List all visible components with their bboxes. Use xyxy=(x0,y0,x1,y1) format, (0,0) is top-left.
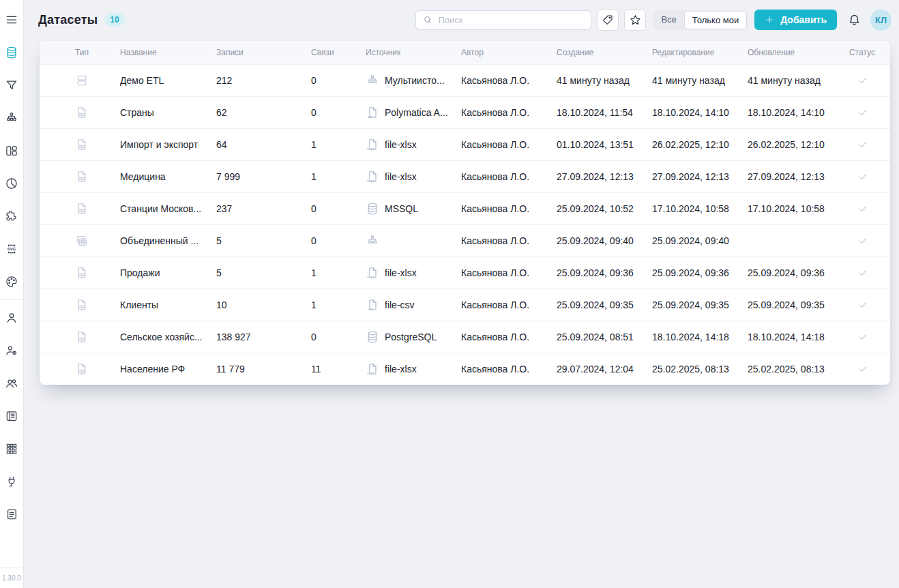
database-icon xyxy=(366,330,379,344)
dataset-edited: 25.09.2024, 09:36 xyxy=(652,267,748,278)
search-input[interactable] xyxy=(438,15,585,25)
dataset-source: file-xlsx xyxy=(366,170,461,183)
table-row[interactable]: Импорт и экспорт 64 1 file-xlsx Касьянов… xyxy=(40,128,890,160)
dataset-created: 25.09.2024, 08:51 xyxy=(557,332,652,342)
dataset-links: 1 xyxy=(311,139,366,150)
dataset-updated: 41 минуту назад xyxy=(748,75,849,86)
file-type-icon xyxy=(75,202,89,216)
dataset-updated: 25.09.2024, 09:35 xyxy=(748,299,849,310)
check-icon xyxy=(857,203,868,214)
dataset-author: Касьянова Л.О. xyxy=(461,171,557,182)
sidebar-item-palette[interactable] xyxy=(0,265,23,298)
dataset-links: 1 xyxy=(311,267,366,278)
database-icon xyxy=(366,202,379,216)
dataset-name: Продажи xyxy=(120,267,216,278)
user-settings-icon xyxy=(5,344,18,357)
notifications-button[interactable] xyxy=(847,13,861,27)
dataset-updated: 25.09.2024, 09:36 xyxy=(748,267,849,278)
add-dataset-button[interactable]: Добавить xyxy=(754,10,837,30)
dataset-name: Население РФ xyxy=(120,364,216,374)
table-row[interactable]: Продажи 5 1 file-xlsx Касьянова Л.О. 25.… xyxy=(40,256,890,289)
dataset-type-cell xyxy=(40,362,120,376)
dataset-records: 11 779 xyxy=(216,364,311,374)
menu-toggle-button[interactable] xyxy=(0,3,23,36)
top-bar: Датасеты 10 Все Только мои Добавить КЛ xyxy=(24,0,899,40)
search-box xyxy=(415,10,591,30)
tag-filter-button[interactable] xyxy=(597,10,619,31)
sidebar-item-user[interactable] xyxy=(0,302,23,334)
xlsx-file-icon xyxy=(366,266,379,280)
sidebar-item-book[interactable] xyxy=(0,400,23,432)
book-icon xyxy=(5,409,18,423)
multisource-tree-icon xyxy=(366,234,379,248)
sidebar-item-puzzle[interactable] xyxy=(0,200,23,233)
sidebar-item-filter[interactable] xyxy=(0,69,23,102)
sidebar-item-svg[interactable] xyxy=(0,233,23,265)
source-label: file-xlsx xyxy=(385,171,417,182)
sidebar-item-pie-chart[interactable] xyxy=(0,167,23,200)
datasets-table: Тип Название Записи Связи Источник Автор… xyxy=(40,41,890,385)
source-label: MSSQL xyxy=(385,203,418,214)
star-icon xyxy=(629,14,642,27)
sidebar-item-layout[interactable] xyxy=(0,134,23,167)
col-status: Статус xyxy=(849,48,890,57)
col-name: Название xyxy=(120,48,216,57)
dataset-records: 64 xyxy=(216,139,311,150)
dataset-created: 25.09.2024, 09:35 xyxy=(557,299,652,310)
dataset-status xyxy=(849,332,890,342)
table-row[interactable]: Медицина 7 999 1 file-xlsx Касьянова Л.О… xyxy=(40,160,890,192)
sidebar-item-grid[interactable] xyxy=(0,432,23,465)
dataset-status xyxy=(849,139,890,150)
source-label: Polymatica A... xyxy=(385,107,448,118)
dataset-type-cell xyxy=(40,170,120,183)
tag-icon xyxy=(602,14,614,26)
check-icon xyxy=(857,299,868,310)
table-row[interactable]: Страны 62 0 Polymatica A... Касьянова Л.… xyxy=(40,96,890,128)
sidebar-item-hierarchy[interactable] xyxy=(0,102,23,134)
dataset-records: 5 xyxy=(216,267,311,278)
dataset-name: Станции Москов... xyxy=(120,203,216,214)
dataset-source: MSSQL xyxy=(366,202,461,216)
dataset-created: 25.09.2024, 09:40 xyxy=(557,235,652,246)
puzzle-icon xyxy=(5,209,18,223)
search-icon xyxy=(422,14,433,25)
sidebar-item-users[interactable] xyxy=(0,367,23,400)
user-avatar[interactable]: КЛ xyxy=(870,10,891,31)
check-icon xyxy=(857,139,868,150)
sidebar-divider xyxy=(0,299,23,300)
sidebar-item-plug[interactable] xyxy=(0,465,23,498)
table-row[interactable]: Население РФ 11 779 11 file-xlsx Касьяно… xyxy=(40,353,890,385)
dataset-edited: 25.02.2025, 08:13 xyxy=(652,364,748,374)
col-author: Автор xyxy=(461,48,557,57)
dataset-edited: 27.09.2024, 12:13 xyxy=(652,171,748,182)
dataset-created: 25.09.2024, 09:36 xyxy=(557,267,652,278)
table-row[interactable]: Демо ETL 212 0 Мультиисто... Касьянова Л… xyxy=(40,64,890,96)
grid-icon xyxy=(5,442,18,456)
dataset-name: Медицина xyxy=(120,171,216,182)
source-label: PostgreSQL xyxy=(385,332,437,342)
dataset-author: Касьянова Л.О. xyxy=(461,299,557,310)
favorites-button[interactable] xyxy=(624,10,646,31)
sidebar-item-user-settings[interactable] xyxy=(0,334,23,367)
dataset-author: Касьянова Л.О. xyxy=(461,75,557,86)
table-row[interactable]: Клиенты 10 1 file-csv Касьянова Л.О. 25.… xyxy=(40,289,890,321)
dataset-status xyxy=(849,171,890,182)
table-row[interactable]: Сельское хозяйс... 138 927 0 PostgreSQL … xyxy=(40,321,890,353)
union-type-icon xyxy=(75,234,89,248)
table-row[interactable]: Объединенный ... 5 0 Касьянова Л.О. 25.0… xyxy=(40,224,890,256)
ownership-filter-toggle: Все Только мои xyxy=(653,10,748,30)
sidebar-item-notes[interactable] xyxy=(0,498,23,531)
file-type-icon xyxy=(75,362,89,376)
dataset-type-cell xyxy=(40,266,120,280)
dataset-name: Демо ETL xyxy=(120,75,216,86)
sidebar-nav-top xyxy=(0,36,23,298)
table-row[interactable]: Станции Москов... 237 0 MSSQL Касьянова … xyxy=(40,192,890,224)
file-type-icon xyxy=(75,106,89,119)
check-icon xyxy=(857,267,868,278)
sidebar-item-database[interactable] xyxy=(0,36,23,69)
filter-all-option[interactable]: Все xyxy=(653,11,683,29)
dataset-created: 27.09.2024, 12:13 xyxy=(557,171,652,182)
filter-mine-option[interactable]: Только мои xyxy=(684,11,747,29)
col-created: Создание xyxy=(557,48,652,57)
layout-icon xyxy=(5,144,18,158)
